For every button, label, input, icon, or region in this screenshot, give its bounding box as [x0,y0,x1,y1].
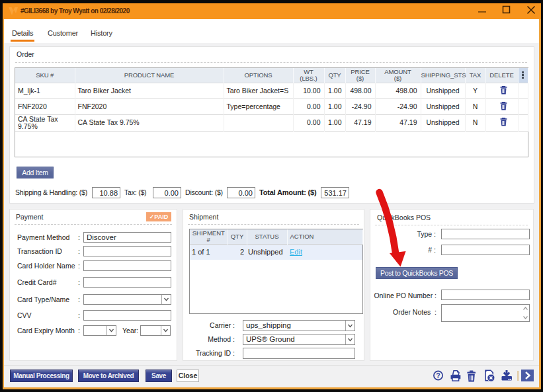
svg-text:?: ? [436,372,440,379]
